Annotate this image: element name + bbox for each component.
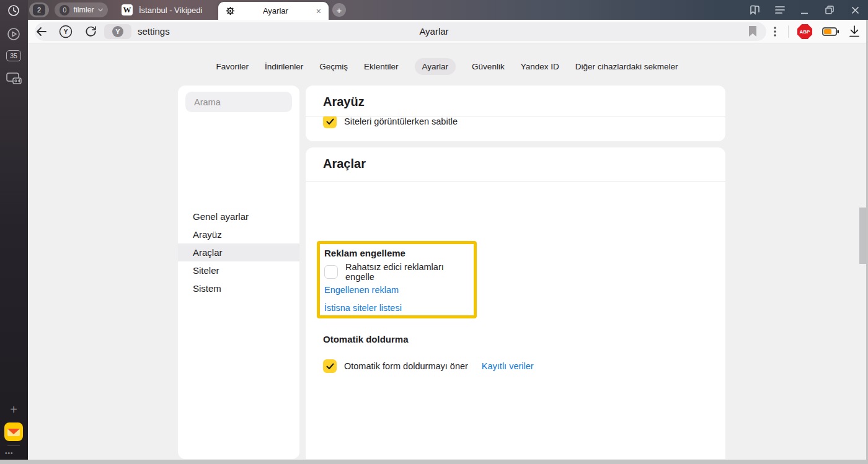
sidebar-divider [7, 445, 20, 446]
url-text[interactable]: settings [138, 22, 170, 41]
tab-group-count: 0 [60, 5, 69, 15]
adblock-highlight-box: Reklam engelleme Rahatsız edici reklamla… [317, 241, 477, 318]
close-icon [851, 6, 859, 14]
reload-button[interactable] [85, 25, 97, 37]
tab-title: İstanbul - Vikipedi [139, 6, 202, 15]
sidebar-more-button[interactable]: ••• [5, 450, 14, 457]
close-window-button[interactable] [843, 0, 867, 20]
all-tabs-button[interactable]: 35 [6, 50, 21, 61]
sidebar-item-genel-ayarlar[interactable]: Genel ayarlar [178, 208, 299, 225]
kebab-icon [774, 27, 776, 37]
nav-tab-gecmis[interactable]: Geçmiş [319, 62, 348, 71]
screen-camera-icon [6, 72, 22, 85]
sidebar-item-siteler[interactable]: Siteler [178, 261, 299, 279]
section-title: Arayüz [306, 85, 725, 116]
nav-tab-indirilenler[interactable]: İndirilenler [265, 62, 303, 71]
bookmark-button[interactable] [748, 26, 757, 37]
minimize-icon [800, 6, 808, 14]
autofill-heading: Otomatik doldurma [323, 334, 409, 344]
clipped-setting-row: Siteleri görüntülerken sabitle [306, 116, 725, 141]
nav-tab-favoriler[interactable]: Favoriler [216, 62, 249, 71]
reload-icon [85, 25, 97, 37]
battery-icon [822, 27, 839, 36]
nav-tab-guvenlik[interactable]: Güvenlik [472, 62, 505, 71]
setting-label: Otomatik form doldurmayı öner [344, 361, 468, 371]
tab-ayarlar-active[interactable]: Ayarlar × [218, 2, 329, 20]
history-button[interactable] [7, 4, 20, 17]
close-tab-icon[interactable]: × [316, 7, 321, 15]
back-arrow-icon [35, 26, 47, 37]
nav-tab-eklentiler[interactable]: Eklentiler [364, 62, 399, 71]
settings-nav: Favoriler İndirilenler Geçmiş Eklentiler… [28, 58, 866, 75]
nav-tab-yandex-id[interactable]: Yandex ID [521, 62, 559, 71]
divider [306, 181, 725, 182]
hamburger-icon [775, 6, 785, 14]
window-border [0, 460, 868, 464]
restore-icon [825, 6, 834, 14]
play-circle-icon [7, 27, 20, 41]
chevron-down-icon [98, 8, 103, 12]
tab-istanbul-vikipedi[interactable]: W İstanbul - Vikipedi [122, 2, 215, 18]
extensions-menu-button[interactable] [774, 27, 781, 37]
tab-title: Ayarlar [235, 6, 316, 15]
tab-panel-button[interactable] [742, 0, 767, 20]
search-input[interactable] [185, 92, 292, 112]
gear-icon [226, 6, 235, 15]
tab-counter-badge: 2 [33, 4, 45, 15]
sidebar-add-button[interactable]: + [8, 404, 19, 415]
video-button[interactable] [7, 27, 20, 41]
all-tabs-count: 35 [10, 52, 17, 59]
screen-share-button[interactable] [6, 72, 22, 85]
battery-saver-button[interactable] [822, 27, 839, 36]
saved-data-link[interactable]: Kayıtlı veriler [482, 361, 534, 371]
toolbar-divider [788, 25, 789, 38]
adblock-heading: Reklam engelleme [324, 248, 405, 258]
site-identity-badge[interactable]: Y [104, 24, 131, 39]
svg-text:Y: Y [64, 28, 68, 35]
tab-panel-icon [749, 4, 760, 15]
sidebar-item-araclar-selected[interactable]: Araçlar [178, 243, 299, 261]
autofill-row: Otomatik form doldurmayı öner Kayıtlı ve… [323, 359, 534, 373]
sidebar-item-arayuz[interactable]: Arayüz [178, 225, 299, 243]
browser-sidebar [0, 0, 28, 460]
nav-tab-diger-cihazlar[interactable]: Diğer cihazlardaki sekmeler [575, 62, 678, 71]
new-tab-button[interactable]: + [332, 3, 346, 17]
abp-label: ABP [800, 29, 810, 35]
blocked-ads-link[interactable]: Engellenen reklam [324, 285, 399, 295]
setting-label: Siteleri görüntülerken sabitle [344, 116, 458, 126]
section-tools: Araçlar Otomatik doldurma Otomatik form … [306, 147, 725, 459]
adblock-row: Rahatsız edici reklamları engelle [324, 265, 474, 279]
section-interface: Arayüz Siteleri görüntülerken sabitle [306, 85, 725, 141]
setting-label: Rahatsız edici reklamları engelle [345, 262, 474, 282]
wikipedia-favicon: W [122, 4, 133, 15]
section-title: Araçlar [306, 147, 725, 178]
yandex-home-button[interactable]: Y [59, 25, 73, 38]
browser-window: 2 0 filmler W İstanbul - Vikipedi Ayarla… [0, 0, 868, 464]
checkbox-unchecked[interactable] [324, 265, 338, 279]
yandex-circle-icon: Y [59, 25, 73, 38]
tab-group-label: filmler [73, 6, 94, 14]
downloads-button[interactable] [849, 25, 860, 37]
clock-icon [7, 4, 20, 17]
site-favicon: Y [112, 26, 123, 37]
tab-group-button[interactable]: 0 filmler [55, 2, 108, 17]
checkbox-checked[interactable] [323, 359, 337, 373]
settings-menu-panel: Genel ayarlar Arayüz Araçlar Siteler Sis… [178, 85, 299, 459]
exception-sites-link[interactable]: İstisna siteler listesi [324, 303, 402, 313]
download-icon [849, 25, 860, 37]
restore-button[interactable] [817, 0, 842, 20]
browser-menu-button[interactable] [768, 0, 792, 20]
back-button[interactable] [35, 26, 47, 37]
tab-counter-button[interactable]: 2 [29, 2, 49, 17]
scrollbar-thumb[interactable] [859, 208, 866, 264]
checkbox-checked[interactable] [323, 116, 337, 128]
minimize-button[interactable] [792, 0, 817, 20]
yandex-mail-button[interactable] [4, 422, 23, 441]
sidebar-item-sistem[interactable]: Sistem [178, 279, 299, 297]
mail-icon [4, 422, 23, 441]
bookmark-flag-icon [748, 26, 757, 37]
nav-tab-ayarlar-selected[interactable]: Ayarlar [415, 58, 456, 75]
